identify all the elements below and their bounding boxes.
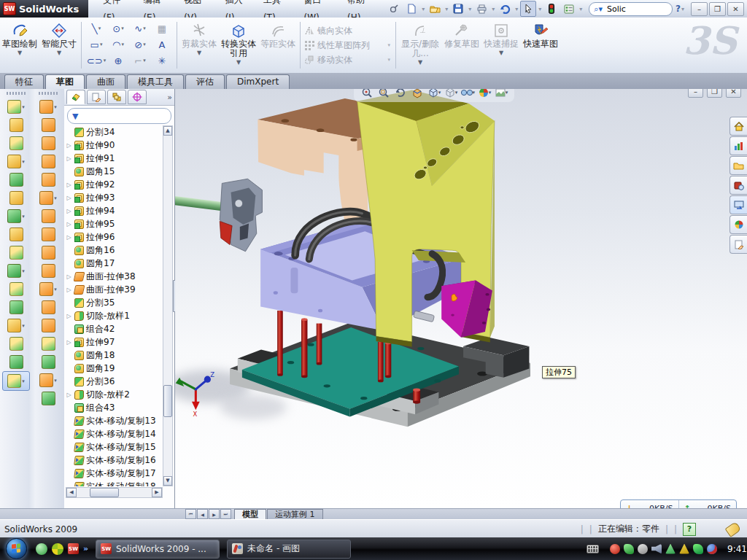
- feature-tree-item[interactable]: 实体-移动/复制16: [66, 454, 165, 467]
- dropdown-arrow[interactable]: ▾: [681, 6, 684, 12]
- display-style-icon[interactable]: ▾: [444, 89, 458, 100]
- scroll-down-arrow[interactable]: ▼: [163, 476, 172, 486]
- configuration-manager-tab[interactable]: [107, 90, 126, 104]
- dropdown-arrow[interactable]: ▾: [22, 104, 25, 110]
- app-quick-launch-icon[interactable]: [52, 543, 63, 555]
- slot-tool-button[interactable]: ⊂⊃▾: [85, 55, 107, 66]
- feature-toolbar-icon[interactable]: [3, 189, 29, 207]
- surface-toolbar-icon[interactable]: [35, 116, 61, 134]
- hide-show-items-icon[interactable]: ▾: [460, 89, 475, 100]
- dropdown-arrow[interactable]: ▼: [18, 50, 22, 56]
- feature-tree-item[interactable]: ▷拉伸94: [66, 204, 165, 217]
- file-explorer-tab-icon[interactable]: [729, 195, 747, 214]
- polygon-tool-button[interactable]: ⊕: [107, 55, 129, 66]
- tree-filter-input[interactable]: [81, 111, 187, 121]
- close-button[interactable]: ✕: [727, 2, 744, 16]
- prev-tab-button[interactable]: ◀: [197, 509, 208, 519]
- expand-arrow-icon[interactable]: ▷: [66, 221, 72, 228]
- expand-arrow-icon[interactable]: ▷: [66, 234, 72, 241]
- restore-button[interactable]: ❐: [709, 2, 726, 16]
- feature-tree-item[interactable]: ▷拉伸93: [66, 191, 165, 204]
- feature-tree-item[interactable]: 圆角15: [66, 165, 165, 178]
- quick-tips-icon[interactable]: ?: [683, 523, 696, 536]
- dropdown-arrow[interactable]: ▾: [54, 378, 57, 384]
- feature-tree-item[interactable]: ▷曲面-拉伸38: [66, 270, 165, 283]
- tags-icon[interactable]: [725, 521, 742, 537]
- feature-tree-item[interactable]: 实体-移动/复制14: [66, 427, 165, 440]
- quick-sketch-button[interactable]: 快速草图: [522, 20, 560, 71]
- next-tab-button[interactable]: ▶: [209, 509, 220, 519]
- dropdown-arrow[interactable]: ▾: [54, 287, 57, 292]
- feature-toolbar-icon[interactable]: ▾: [3, 98, 29, 116]
- feature-toolbar-icon[interactable]: [3, 171, 29, 189]
- feature-toolbar-icon[interactable]: ▾: [3, 316, 29, 335]
- feature-tree-item[interactable]: 圆角18: [66, 349, 165, 362]
- circle-tool-button[interactable]: ⊙▾: [107, 23, 129, 34]
- expand-arrow-icon[interactable]: ▷: [66, 273, 72, 280]
- line-tool-button[interactable]: ╲▾: [85, 23, 107, 34]
- feature-toolbar-icon[interactable]: ▾: [3, 152, 29, 171]
- dropdown-arrow[interactable]: ▾: [492, 6, 495, 12]
- feature-tree-item[interactable]: 实体-移动/复制17: [66, 467, 165, 480]
- surface-toolbar-icon[interactable]: ▾: [35, 371, 61, 389]
- tray-volume-icon[interactable]: [651, 544, 662, 554]
- display-delete-relations-button[interactable]: ⊥ 显示/删除几... ▼: [399, 20, 441, 71]
- feature-tree-item[interactable]: ▷曲面-拉伸39: [66, 283, 165, 296]
- tray-shield-plus-icon[interactable]: [693, 544, 703, 554]
- surface-toolbar-icon[interactable]: [35, 207, 61, 225]
- move-entities-button[interactable]: 移动实体 ▾: [304, 54, 392, 66]
- command-tab-模具工具[interactable]: 模具工具: [127, 74, 184, 89]
- edit-appearance-icon[interactable]: ▾: [477, 89, 492, 100]
- point-tool-button[interactable]: ✳: [151, 55, 173, 66]
- dropdown-arrow[interactable]: ▾: [54, 104, 57, 110]
- resources-tab-icon[interactable]: [729, 136, 747, 155]
- feature-tree-item[interactable]: 实体-移动/复制18: [66, 480, 165, 486]
- smart-dimension-button[interactable]: 智能尺寸 ▼: [40, 20, 78, 71]
- open-document-icon[interactable]: [427, 1, 443, 17]
- surface-toolbar-icon[interactable]: [35, 244, 61, 262]
- surface-toolbar-icon[interactable]: [35, 225, 61, 244]
- tray-warning-icon[interactable]: [679, 544, 689, 554]
- feature-toolbar-icon[interactable]: [3, 116, 29, 134]
- expand-arrow-icon[interactable]: ▷: [66, 182, 72, 188]
- green-rod[interactable]: [175, 195, 225, 211]
- taskbar-task-paint[interactable]: 未命名 - 画图: [227, 540, 351, 559]
- ellipse-tool-button[interactable]: ⊘▾: [129, 39, 151, 50]
- first-tab-button[interactable]: ⏮: [185, 509, 196, 519]
- dropdown-arrow[interactable]: ▾: [468, 6, 471, 12]
- feature-tree-item[interactable]: ▷拉伸91: [66, 152, 165, 165]
- repair-sketch-button[interactable]: + 修复草图: [443, 20, 481, 71]
- feature-toolbar-icon[interactable]: [3, 134, 29, 152]
- dropdown-arrow[interactable]: ▾: [579, 6, 582, 12]
- red-pin-short[interactable]: [413, 389, 420, 404]
- surface-toolbar-icon[interactable]: ▾: [35, 189, 61, 207]
- feature-tree-item[interactable]: ▷拉伸96: [66, 230, 165, 244]
- toolbox-tab-icon[interactable]: [729, 176, 747, 195]
- tree-horizontal-scrollbar[interactable]: ◀ ▶: [66, 487, 163, 498]
- sketch-draw-button[interactable]: 草图绘制 ▼: [1, 20, 39, 71]
- toolbar-grip-handle[interactable]: [39, 92, 58, 95]
- gray-side-pin[interactable]: [414, 311, 435, 322]
- expand-arrow-icon[interactable]: ▷: [66, 195, 72, 201]
- surface-toolbar-icon[interactable]: [35, 335, 61, 353]
- feature-tree-item[interactable]: 圆角19: [66, 362, 165, 375]
- tray-antivirus-icon[interactable]: [624, 544, 634, 554]
- expand-arrow-icon[interactable]: ▷: [66, 155, 72, 162]
- command-tab-评估[interactable]: 评估: [185, 74, 225, 89]
- print-icon[interactable]: [473, 1, 489, 17]
- scroll-left-arrow[interactable]: ◀: [66, 488, 77, 497]
- feature-tree-item[interactable]: 分割36: [66, 375, 165, 388]
- new-document-icon[interactable]: [403, 1, 419, 17]
- scroll-right-arrow[interactable]: ▶: [152, 488, 162, 497]
- dropdown-arrow[interactable]: ▾: [22, 268, 25, 274]
- surface-toolbar-icon[interactable]: [35, 262, 61, 280]
- select-cursor-icon[interactable]: [520, 1, 536, 17]
- insert-block-magenta[interactable]: [441, 281, 492, 338]
- solidworks-quick-launch-icon[interactable]: SW: [68, 543, 79, 554]
- mirror-entities-button[interactable]: 镜向实体: [304, 25, 392, 37]
- feature-toolbar-icon[interactable]: [3, 225, 29, 244]
- red-latch[interactable]: [220, 221, 232, 244]
- arc-tool-button[interactable]: ◠▾: [107, 39, 129, 50]
- dropdown-arrow[interactable]: ▾: [538, 6, 541, 12]
- messenger-quick-launch-icon[interactable]: [36, 543, 47, 555]
